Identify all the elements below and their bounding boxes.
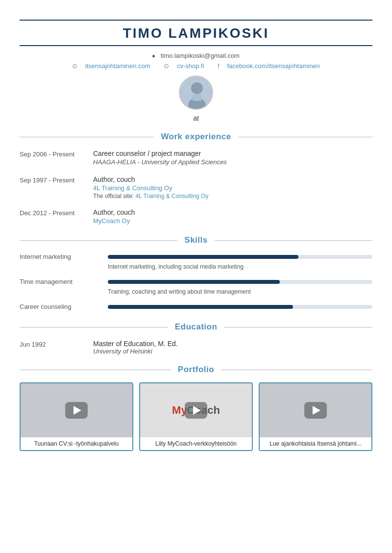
work-date-1: Sep 2006 - Present [20,150,93,167]
skill-desc-spacer-2 [20,287,108,295]
skill-entry-2: Time management Training, coaching and w… [20,278,372,295]
contact-links-row: ⊙ itsensajohtaminen.com ⊙ cv-shop.fi f f… [20,62,372,70]
work-company-1: HAAGA-HELIA - University of Applied Scie… [93,158,372,166]
work-entry-2: Sep 1997 - Present Author, couch 4L Trai… [20,176,372,200]
svg-point-1 [191,82,203,94]
work-experience-section-header: Work experience [20,132,372,142]
globe-icon-1: ⊙ [72,62,77,70]
link-cvshop[interactable]: cv-shop.fi [177,62,204,70]
portfolio-item-1[interactable]: Tuunaan CV:si -työnhakupalvelu [20,382,133,451]
skill-entry-1: Internet marketing Internet marketing, i… [20,253,372,270]
cv-page: TIMO LAMPIKOSKI timo.lampikoski@gmail.co… [10,0,382,471]
skill-bar-container-3 [108,305,372,309]
work-date-2: Sep 1997 - Present [20,176,93,200]
portfolio-label-3: Lue ajankohtaisia Itsensä johtami... [260,437,371,450]
portfolio-item-3[interactable]: Lue ajankohtaisia Itsensä johtami... [259,382,372,451]
work-content-3: Author, couch MyCoach Oy [93,208,372,226]
skill-bar-container-1 [108,255,372,259]
portfolio-line-right [221,370,372,370]
work-title-1: Career counselor / project manager [93,150,372,157]
skills-entries: Internet marketing Internet marketing, i… [20,253,372,312]
portfolio-thumb-3 [260,383,371,437]
work-official-2: The official site: 4L Training & Consult… [93,193,372,200]
section-line-left [20,137,154,137]
skill-row-2: Time management [20,278,372,285]
education-title: Education [168,322,224,332]
work-content-2: Author, couch 4L Training & Consulting O… [93,176,372,200]
full-name: TIMO LAMPIKOSKI [20,25,372,41]
portfolio-line-left [20,370,171,370]
skills-section-header: Skills [20,235,372,245]
skill-desc-1: Internet marketing, including social med… [108,263,372,270]
work-company-link-3[interactable]: MyCoach Oy [93,217,372,225]
education-entries: Jun 1992 Master of Education, M. Ed. Uni… [20,340,372,355]
education-section-header: Education [20,322,372,332]
play-button-1 [65,402,88,419]
edu-school-1: University of Helsinki [93,348,372,355]
link-facebook[interactable]: facebook.com/itsensajohtaminen [227,62,320,70]
play-triangle-1 [74,406,81,415]
work-date-3: Dec 2012 - Present [20,208,93,226]
work-entries: Sep 2006 - Present Career counselor / pr… [20,150,372,226]
skill-bar-container-2 [108,280,372,284]
skill-name-2: Time management [20,278,108,285]
portfolio-section-header: Portfolio [20,365,372,375]
email-address: timo.lampikoski@gmail.com [161,52,240,59]
globe-icon-2: ⊙ [164,62,169,70]
edu-date-1: Jun 1992 [20,340,93,355]
email-row: timo.lampikoski@gmail.com [20,52,372,59]
skill-name-1: Internet marketing [20,253,108,260]
skill-entry-3: Career counseling [20,303,372,312]
skill-bar-fill-3 [108,305,293,309]
portfolio-title: Portfolio [171,365,221,375]
skills-line-left [20,240,177,241]
portfolio-label-2: Liity MyCoach-verkkoyhteisöön [140,437,252,450]
edu-content-1: Master of Education, M. Ed. University o… [93,340,372,355]
play-triangle-3 [313,406,320,415]
official-label-2: The official site: [93,193,135,200]
avatar [179,75,213,110]
section-line-right [238,137,372,137]
skill-bar-fill-1 [108,255,298,259]
skill-desc-row-2: Training, coaching and writing about tim… [20,287,372,295]
facebook-icon: f [218,62,220,70]
work-entry-1: Sep 2006 - Present Career counselor / pr… [20,150,372,167]
work-title-2: Author, couch [93,176,372,183]
play-button-3 [304,402,327,419]
skill-name-3: Career counseling [20,303,108,310]
skill-row-1: Internet marketing [20,253,372,260]
at-label: at [20,114,372,122]
play-triangle-2 [193,406,201,415]
skills-title: Skills [177,235,214,245]
dot-icon [152,55,155,57]
portfolio-grid: Tuunaan CV:si -työnhakupalvelu MyCoach L… [20,382,372,451]
skills-line-right [215,240,372,241]
portfolio-thumb-2: MyCoach [140,383,252,437]
work-entry-3: Dec 2012 - Present Author, couch MyCoach… [20,208,372,226]
header-top-divider [20,20,372,21]
skill-bar-fill-2 [108,280,280,284]
portfolio-label-1: Tuunaan CV:si -työnhakupalvelu [21,437,132,450]
work-company-link-2[interactable]: 4L Training & Consulting Oy [93,184,372,192]
header-bottom-divider [20,45,372,46]
avatar-container [20,75,372,111]
play-button-2 [185,402,207,419]
skill-desc-spacer-1 [20,262,108,270]
svg-rect-3 [193,94,201,101]
edu-degree-1: Master of Education, M. Ed. [93,340,372,348]
portfolio-thumb-1 [21,383,132,437]
work-content-1: Career counselor / project manager HAAGA… [93,150,372,167]
link-itsensajohtaminen[interactable]: itsensajohtaminen.com [85,62,150,70]
work-experience-title: Work experience [154,132,238,142]
skill-row-3: Career counseling [20,303,372,310]
avatar-image [180,76,213,110]
skill-desc-2: Training, coaching and writing about tim… [108,288,372,295]
edu-entry-1: Jun 1992 Master of Education, M. Ed. Uni… [20,340,372,355]
education-line-left [20,327,168,327]
skill-desc-row-1: Internet marketing, including social med… [20,262,372,270]
portfolio-item-2[interactable]: MyCoach Liity MyCoach-verkkoyhteisöön [139,382,253,451]
education-line-right [224,327,372,327]
official-link-2[interactable]: 4L Training & Consulting Oy [135,193,208,200]
work-title-3: Author, couch [93,208,372,216]
